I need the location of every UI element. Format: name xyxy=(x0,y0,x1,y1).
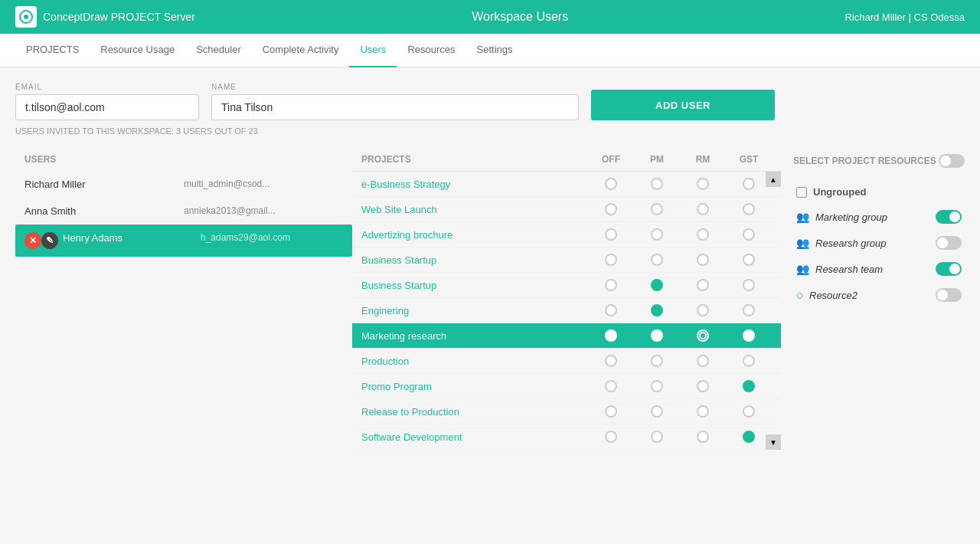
scroll-down-button[interactable]: ▼ xyxy=(766,434,781,450)
radio-cell[interactable] xyxy=(680,405,726,418)
radio-cell[interactable] xyxy=(680,178,726,190)
radio-cell[interactable] xyxy=(726,228,772,241)
radio-cell[interactable] xyxy=(634,178,680,190)
radio-button[interactable] xyxy=(605,254,617,266)
radio-cell[interactable] xyxy=(726,178,772,190)
radio-button[interactable] xyxy=(743,405,755,418)
radio-button[interactable] xyxy=(605,279,617,291)
radio-cell[interactable] xyxy=(634,380,680,392)
radio-button[interactable] xyxy=(651,329,663,342)
radio-button[interactable] xyxy=(651,228,663,241)
radio-button[interactable] xyxy=(605,329,617,342)
radio-cell[interactable] xyxy=(726,431,772,443)
nav-resource-usage[interactable]: Resource Usage xyxy=(90,34,185,67)
radio-button[interactable] xyxy=(651,254,663,266)
nav-projects[interactable]: PROJECTS xyxy=(15,34,90,67)
resource-toggle[interactable] xyxy=(936,210,962,224)
radio-button[interactable] xyxy=(743,178,755,190)
radio-button[interactable] xyxy=(743,329,755,342)
resource-item-researsh-team[interactable]: 👥 Researsh team xyxy=(793,256,965,282)
project-row[interactable]: Marketing research xyxy=(352,323,781,349)
radio-cell[interactable] xyxy=(634,355,680,367)
radio-button[interactable] xyxy=(743,203,755,215)
ungrouped-checkbox[interactable] xyxy=(796,187,807,198)
radio-button[interactable] xyxy=(605,228,617,241)
radio-button[interactable] xyxy=(605,431,617,443)
radio-cell[interactable] xyxy=(588,329,634,342)
radio-cell[interactable] xyxy=(634,329,680,342)
radio-button[interactable] xyxy=(605,304,617,316)
select-resources-toggle[interactable] xyxy=(939,154,965,168)
resource-item-resource2[interactable]: ◇ Resource2 xyxy=(793,282,965,308)
radio-button[interactable] xyxy=(697,405,709,418)
radio-cell[interactable] xyxy=(680,329,726,342)
radio-cell[interactable] xyxy=(588,178,634,190)
radio-button[interactable] xyxy=(605,178,617,190)
radio-button[interactable] xyxy=(743,304,755,316)
radio-cell[interactable] xyxy=(588,355,634,367)
radio-cell[interactable] xyxy=(680,380,726,392)
radio-cell[interactable] xyxy=(680,304,726,316)
radio-button[interactable] xyxy=(697,254,709,266)
radio-cell[interactable] xyxy=(588,279,634,291)
radio-cell[interactable] xyxy=(588,203,634,215)
radio-button[interactable] xyxy=(743,228,755,241)
nav-complete-activity[interactable]: Complete Activity xyxy=(252,34,350,67)
resource-toggle[interactable] xyxy=(936,288,962,302)
user-row-selected[interactable]: ✕ ✎ Henry Adams h_adams29@aol.com xyxy=(15,224,352,257)
project-row[interactable]: Business Startup xyxy=(352,247,781,273)
radio-cell[interactable] xyxy=(726,254,772,266)
radio-cell[interactable] xyxy=(680,279,726,291)
project-row[interactable]: Release to Production xyxy=(352,399,781,424)
radio-cell[interactable] xyxy=(588,380,634,392)
radio-button[interactable] xyxy=(697,279,709,291)
radio-cell[interactable] xyxy=(680,254,726,266)
radio-button[interactable] xyxy=(697,355,709,367)
radio-cell[interactable] xyxy=(726,203,772,215)
radio-button[interactable] xyxy=(605,380,617,392)
radio-cell[interactable] xyxy=(634,405,680,418)
radio-button[interactable] xyxy=(743,279,755,291)
project-row[interactable]: Advertizing brochure xyxy=(352,222,781,247)
radio-cell[interactable] xyxy=(634,203,680,215)
radio-cell[interactable] xyxy=(680,228,726,241)
radio-button[interactable] xyxy=(651,279,663,291)
resource-item-marketing-group[interactable]: 👥 Marketing group xyxy=(793,204,965,230)
radio-cell[interactable] xyxy=(634,431,680,443)
radio-button[interactable] xyxy=(743,380,755,392)
radio-button[interactable] xyxy=(697,431,709,443)
project-row[interactable]: e-Business Strategy xyxy=(352,172,781,197)
radio-cell[interactable] xyxy=(634,279,680,291)
nav-settings[interactable]: Settings xyxy=(466,34,524,67)
radio-button[interactable] xyxy=(697,203,709,215)
radio-button[interactable] xyxy=(651,355,663,367)
email-field[interactable] xyxy=(15,94,199,120)
project-row[interactable]: Business Startup xyxy=(352,273,781,298)
radio-button[interactable] xyxy=(743,431,755,443)
project-row[interactable]: Production xyxy=(352,349,781,374)
radio-button[interactable] xyxy=(651,304,663,316)
resource-toggle[interactable] xyxy=(936,236,962,250)
radio-cell[interactable] xyxy=(726,380,772,392)
project-row[interactable]: Software Development xyxy=(352,424,781,450)
radio-button[interactable] xyxy=(605,203,617,215)
name-field[interactable] xyxy=(211,94,579,120)
radio-cell[interactable] xyxy=(726,279,772,291)
resource-toggle[interactable] xyxy=(936,262,962,276)
radio-button[interactable] xyxy=(743,355,755,367)
radio-cell[interactable] xyxy=(588,228,634,241)
radio-button[interactable] xyxy=(697,228,709,241)
radio-button[interactable] xyxy=(697,304,709,316)
radio-button[interactable] xyxy=(697,380,709,392)
resource-item-researsh-group[interactable]: 👥 Researsh group xyxy=(793,230,965,256)
radio-button[interactable] xyxy=(651,380,663,392)
radio-cell[interactable] xyxy=(634,254,680,266)
radio-button[interactable] xyxy=(651,178,663,190)
radio-cell[interactable] xyxy=(588,254,634,266)
user-row[interactable]: Richard Miller multi_admin@csod... xyxy=(15,171,352,198)
radio-cell[interactable] xyxy=(726,304,772,316)
radio-cell[interactable] xyxy=(680,355,726,367)
edit-user-button[interactable]: ✎ xyxy=(41,232,58,249)
radio-button[interactable] xyxy=(605,405,617,418)
radio-cell[interactable] xyxy=(634,304,680,316)
